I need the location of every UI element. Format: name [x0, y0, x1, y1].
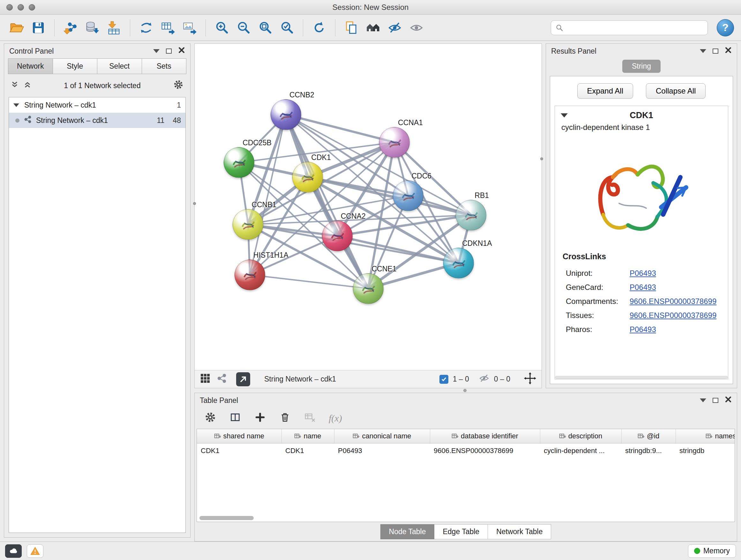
- network-node-ccne1[interactable]: CCNE1: [353, 273, 384, 304]
- float-panel-icon[interactable]: [713, 398, 718, 403]
- tab-edge-table[interactable]: Edge Table: [434, 524, 488, 539]
- crosslink-value-link[interactable]: 9606.ENSP00000378699: [630, 311, 717, 320]
- cloud-button[interactable]: [5, 544, 22, 558]
- tab-style[interactable]: Style: [53, 58, 98, 74]
- export-image-button[interactable]: [180, 18, 199, 37]
- network-canvas[interactable]: CCNB2 CCNA1 CDC25B CDK1 CDC6: [195, 44, 542, 370]
- network-node-ccnb1[interactable]: CCNB1: [232, 209, 263, 240]
- tree-expander-icon[interactable]: [13, 104, 19, 107]
- tab-network[interactable]: Network: [8, 58, 53, 74]
- tab-node-table[interactable]: Node Table: [381, 524, 434, 539]
- column-header-shared-name[interactable]: shared name: [197, 429, 281, 443]
- table-cell[interactable]: P06493: [334, 443, 430, 458]
- network-node-cdc25b[interactable]: CDC25B: [224, 147, 254, 178]
- column-header-database-identifier[interactable]: database identifier: [430, 429, 540, 443]
- crosslink-value-link[interactable]: 9606.ENSP00000378699: [630, 297, 717, 306]
- network-node-rb1[interactable]: RB1: [456, 200, 486, 231]
- crosslink-value-link[interactable]: P06493: [630, 283, 656, 292]
- column-header--id[interactable]: @id: [621, 429, 676, 443]
- save-session-button[interactable]: [29, 18, 48, 37]
- network-row[interactable]: String Network – cdk1 11 48: [9, 113, 185, 128]
- network-node-cdc6[interactable]: CDC6: [393, 180, 423, 211]
- close-panel-icon[interactable]: [725, 396, 732, 405]
- table-row[interactable]: CDK1CDK1P064939606.ENSP00000378699cyclin…: [197, 443, 735, 458]
- network-node-ccnb2[interactable]: CCNB2: [271, 99, 301, 130]
- panel-menu-icon[interactable]: [153, 49, 159, 53]
- expand-all-icon[interactable]: [23, 80, 31, 91]
- crosslink-value-link[interactable]: P06493: [630, 269, 656, 278]
- show-columns-icon[interactable]: [229, 411, 241, 425]
- tab-select[interactable]: Select: [97, 58, 142, 74]
- import-network-from-database-button[interactable]: [83, 18, 102, 37]
- collapse-all-icon[interactable]: [10, 80, 19, 91]
- float-panel-icon[interactable]: [166, 49, 172, 54]
- network-node-cdk1[interactable]: CDK1: [292, 162, 323, 192]
- fit-selection-crosshair-icon[interactable]: [520, 372, 536, 387]
- zoom-out-button[interactable]: [234, 18, 253, 37]
- panel-menu-icon[interactable]: [700, 398, 706, 402]
- hide-selected-button[interactable]: [385, 18, 404, 37]
- function-builder-icon[interactable]: f(x): [329, 413, 342, 424]
- network-node-ccna2[interactable]: CCNA2: [322, 221, 353, 251]
- toolbar-search[interactable]: [551, 20, 708, 35]
- new-network-from-selection-button[interactable]: [342, 18, 361, 37]
- export-network-button[interactable]: [137, 18, 156, 37]
- grid-view-icon[interactable]: [200, 373, 211, 386]
- gene-collapse-icon[interactable]: [561, 113, 568, 118]
- show-all-button[interactable]: [407, 18, 426, 37]
- minimize-window-button[interactable]: [17, 4, 24, 10]
- refresh-layout-button[interactable]: [310, 18, 329, 37]
- table-cell[interactable]: cyclin-dependent ...: [540, 443, 621, 458]
- splitter-handle[interactable]: [193, 202, 196, 205]
- tab-network-table[interactable]: Network Table: [488, 524, 551, 539]
- open-session-button[interactable]: [7, 18, 26, 37]
- import-network-from-file-button[interactable]: [61, 18, 80, 37]
- results-horizontal-scrollbar[interactable]: [555, 376, 728, 379]
- column-header-name[interactable]: name: [281, 429, 334, 443]
- crosslink-value-link[interactable]: P06493: [630, 325, 656, 334]
- search-input[interactable]: [566, 23, 703, 32]
- splitter-handle[interactable]: [540, 158, 543, 160]
- tab-string[interactable]: String: [622, 60, 661, 73]
- tab-sets[interactable]: Sets: [142, 58, 187, 74]
- detach-view-button[interactable]: [236, 372, 250, 386]
- horizontal-splitter[interactable]: [192, 388, 737, 393]
- close-panel-icon[interactable]: [178, 47, 185, 56]
- network-node-cdkn1a[interactable]: CDKN1A: [443, 248, 474, 278]
- close-panel-icon[interactable]: [725, 47, 732, 56]
- delete-table-icon[interactable]: [304, 411, 316, 425]
- export-table-button[interactable]: [158, 18, 178, 37]
- delete-column-trash-icon[interactable]: [279, 411, 291, 425]
- column-header-namespac[interactable]: namespac: [676, 429, 735, 443]
- collapse-all-button[interactable]: Collapse All: [646, 83, 705, 99]
- column-header-description[interactable]: description: [540, 429, 621, 443]
- memory-button[interactable]: Memory: [688, 544, 736, 558]
- close-window-button[interactable]: [6, 4, 13, 10]
- import-table-button[interactable]: [105, 18, 124, 37]
- network-collection-row[interactable]: String Network – cdk1 1: [9, 98, 185, 113]
- maximize-window-button[interactable]: [29, 4, 35, 10]
- table-horizontal-scrollbar[interactable]: [199, 516, 254, 520]
- add-column-icon[interactable]: [254, 411, 266, 425]
- table-cell[interactable]: 9606.ENSP00000378699: [430, 443, 540, 458]
- network-share-icon[interactable]: [216, 373, 227, 386]
- table-cell[interactable]: CDK1: [281, 443, 334, 458]
- first-neighbors-button[interactable]: [363, 18, 383, 37]
- network-node-ccna1[interactable]: CCNA1: [379, 127, 410, 158]
- table-cell[interactable]: stringdb:9...: [621, 443, 676, 458]
- network-options-gear-icon[interactable]: [173, 79, 184, 92]
- panel-menu-icon[interactable]: [700, 49, 706, 53]
- table-cell[interactable]: CDK1: [197, 443, 281, 458]
- gene-card-header[interactable]: CDK1: [555, 106, 728, 122]
- warnings-button[interactable]: [27, 544, 44, 558]
- selected-checkbox-icon[interactable]: [440, 375, 448, 384]
- column-header-canonical-name[interactable]: canonical name: [334, 429, 430, 443]
- network-node-hist1h1a[interactable]: HIST1H1A: [234, 260, 265, 290]
- hidden-eye-slash-icon[interactable]: [479, 373, 489, 386]
- help-button[interactable]: ?: [717, 19, 734, 37]
- table-cell[interactable]: stringdb: [676, 443, 735, 458]
- zoom-selected-button[interactable]: [277, 18, 296, 37]
- zoom-in-button[interactable]: [212, 18, 231, 37]
- float-panel-icon[interactable]: [713, 49, 718, 54]
- expand-all-button[interactable]: Expand All: [577, 83, 633, 99]
